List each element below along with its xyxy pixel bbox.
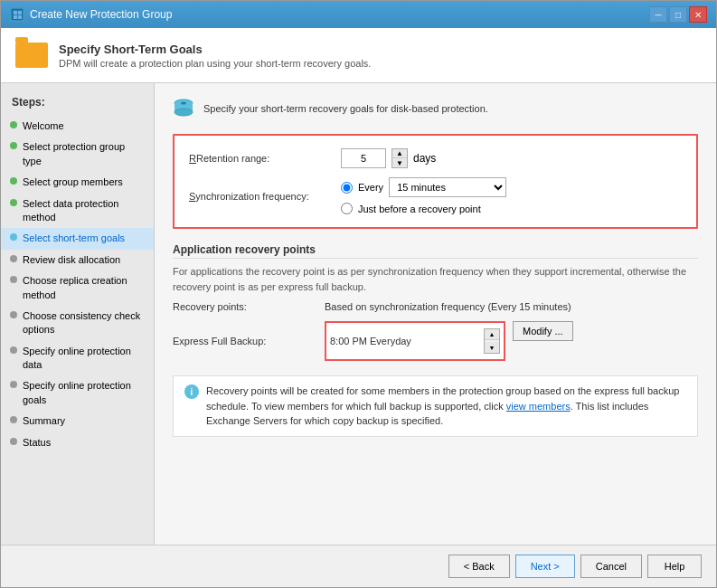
app-recovery-desc: For applications the recovery point is a… [173,264,698,294]
retention-input[interactable]: 5 [341,148,386,168]
sidebar-item-disk-allocation[interactable]: Review disk allocation [1,250,154,270]
status-dot-group-members [10,177,17,185]
svg-rect-4 [18,15,22,19]
sidebar-item-consistency[interactable]: Choose consistency check options [1,306,154,341]
sync-label: Synchronization frequency: [189,191,334,202]
svg-rect-2 [18,11,22,14]
sync-every-radio[interactable] [341,182,353,194]
cancel-button[interactable]: Cancel [580,555,642,578]
info-box: i Recovery points will be created for so… [173,375,698,437]
app-recovery-section: Application recovery points For applicat… [173,243,698,361]
sync-interval-dropdown[interactable]: 5 minutes 15 minutes 30 minutes 1 hour 2… [389,177,506,197]
sidebar: Steps: Welcome Select protection group t… [1,83,155,545]
sidebar-item-summary[interactable]: Summary [1,411,154,432]
sync-every-row: Every 5 minutes 15 minutes 30 minutes 1 … [341,177,506,197]
minimize-button[interactable]: ─ [649,6,667,23]
page-title: Specify Short-Term Goals [59,43,371,56]
recovery-points-label: Recovery points: [173,301,317,312]
content-area: Steps: Welcome Select protection group t… [1,83,716,545]
retention-spinner-buttons: ▲ ▼ [392,148,408,168]
sidebar-item-online-goals[interactable]: Specify online protection goals [1,375,154,411]
sidebar-label-disk: Review disk allocation [23,253,120,267]
close-button[interactable]: ✕ [689,6,707,23]
sidebar-label-status: Status [23,436,51,450]
sidebar-item-online-data[interactable]: Specify online protection data [1,341,154,376]
header-icon [15,39,48,71]
sync-just-before-radio[interactable] [341,203,353,214]
status-dot-data-protection [10,199,17,206]
retention-row: RRetention range: 5 ▲ ▼ days [189,148,682,168]
status-dot-short-term [10,233,17,241]
retention-spinner-group: 5 ▲ ▼ days [341,148,436,168]
main-content: Specify your short-term recovery goals f… [155,83,716,545]
retention-sync-form: RRetention range: 5 ▲ ▼ days Synchroni [173,134,698,229]
express-backup-value: 8:00 PM Everyday [330,336,484,346]
express-backup-box: 8:00 PM Everyday ▲ ▼ [325,321,505,361]
disk-icon [173,98,194,119]
modify-button[interactable]: Modify ... [513,321,573,341]
page-description: DPM will create a protection plan using … [59,58,371,69]
sidebar-item-short-term[interactable]: Select short-term goals [1,228,154,249]
info-text: Recovery points will be created for some… [206,384,686,429]
svg-point-7 [175,109,193,116]
sidebar-label-data-protection: Select data protection method [23,197,143,225]
sync-just-before-row: Just before a recovery point [341,203,506,214]
sync-just-before-label: Just before a recovery point [358,204,481,214]
status-dot-summary [10,416,17,423]
help-button[interactable]: Help [647,555,702,578]
next-button[interactable]: Next > [515,555,575,578]
sidebar-label-summary: Summary [23,414,65,428]
express-backup-group: 8:00 PM Everyday ▲ ▼ Modify ... [325,321,573,361]
status-dot-welcome [10,121,17,128]
retention-label: RRetention range: [189,153,334,164]
recovery-points-row: Recovery points: Based on synchronizatio… [173,301,698,312]
sidebar-item-status[interactable]: Status [1,432,154,453]
sidebar-item-group-members[interactable]: Select group members [1,172,154,193]
sidebar-label-protection-type: Select protection group type [23,140,143,168]
status-dot-online-goals [10,381,17,388]
retention-unit: days [413,152,436,165]
section-description: Specify your short-term recovery goals f… [173,98,698,119]
window-controls: ─ □ ✕ [649,6,707,23]
info-icon: i [184,384,199,399]
status-dot-disk [10,255,17,262]
disk-description: Specify your short-term recovery goals f… [203,103,488,114]
back-button[interactable]: < Back [448,555,510,578]
sync-row: Synchronization frequency: Every 5 minut… [189,177,682,214]
express-backup-label: Express Full Backup: [173,336,317,346]
app-recovery-title: Application recovery points [173,243,698,259]
sidebar-item-data-protection[interactable]: Select data protection method [1,194,154,229]
svg-rect-1 [14,11,17,14]
svg-rect-3 [14,15,17,19]
sidebar-item-replica[interactable]: Choose replica creation method [1,270,154,306]
status-dot-protection-type [10,142,17,149]
retention-down-button[interactable]: ▼ [392,158,407,167]
svg-point-8 [181,102,186,105]
sidebar-label-replica: Choose replica creation method [23,274,143,302]
sidebar-label-online-goals: Specify online protection goals [23,379,143,407]
sidebar-item-welcome[interactable]: Welcome [1,116,154,137]
recovery-points-value: Based on synchronization frequency (Ever… [325,301,571,312]
title-bar: Create New Protection Group ─ □ ✕ [1,1,716,28]
page-header: Specify Short-Term Goals DPM will create… [1,28,716,83]
backup-scroll-up[interactable]: ▲ [485,329,499,340]
title-bar-left: Create New Protection Group [10,7,172,22]
footer: < Back Next > Cancel Help [1,545,716,587]
sidebar-header: Steps: [1,92,154,116]
app-icon [10,7,24,22]
sync-radio-group: Every 5 minutes 15 minutes 30 minutes 1 … [341,177,506,214]
status-dot-status [10,438,17,445]
sidebar-label-short-term: Select short-term goals [23,232,125,245]
sync-every-label: Every [358,182,383,193]
view-members-link[interactable]: view members [506,401,571,412]
retention-up-button[interactable]: ▲ [392,149,407,158]
backup-scroll-buttons: ▲ ▼ [484,328,500,354]
backup-scroll-down[interactable]: ▼ [485,342,499,353]
sidebar-label-online-data: Specify online protection data [23,345,143,373]
express-backup-row: Express Full Backup: 8:00 PM Everyday ▲ … [173,321,698,361]
maximize-button[interactable]: □ [669,6,687,23]
sidebar-item-protection-type[interactable]: Select protection group type [1,137,154,172]
folder-icon [15,43,48,68]
status-dot-consistency [10,311,17,318]
status-dot-online-data [10,346,17,354]
